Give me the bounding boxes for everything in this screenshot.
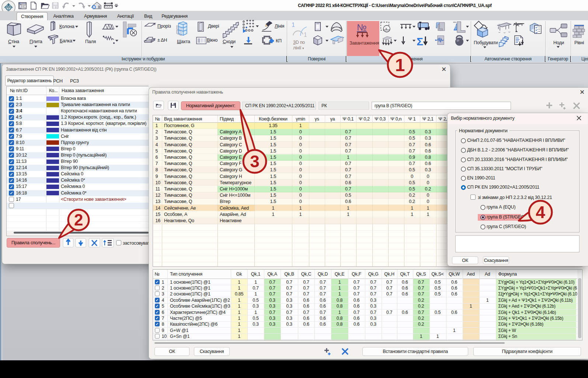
svg-text:1: 1 <box>304 32 307 38</box>
svg-text:Σ: Σ <box>417 35 423 48</box>
svg-text:1: 1 <box>292 22 295 28</box>
